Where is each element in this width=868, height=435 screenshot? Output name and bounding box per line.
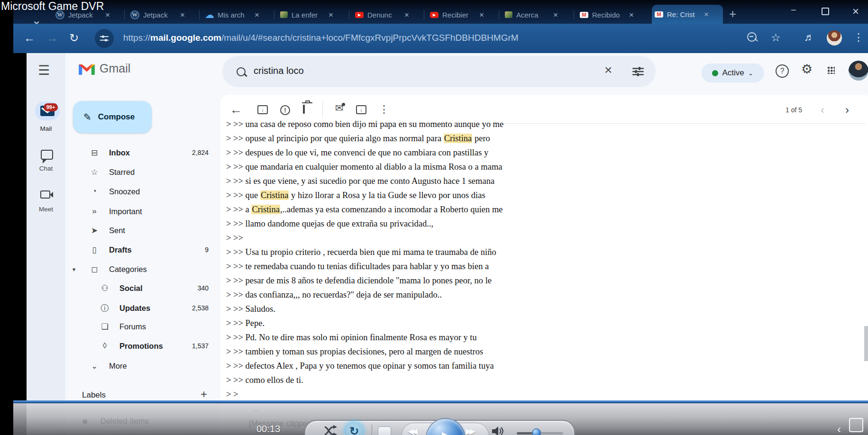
stop-button[interactable] — [378, 426, 391, 435]
message-line: > >> te remedaba cuando tu tenias dificu… — [226, 259, 705, 273]
overlay-corner-icon[interactable] — [849, 418, 863, 432]
rewind-button[interactable]: ◀◀ — [408, 426, 415, 435]
meet-camera-icon[interactable] — [40, 190, 50, 199]
sidebar-item-important[interactable]: » Important — [69, 202, 211, 221]
mark-unread-icon[interactable]: ✉ — [335, 102, 344, 113]
sidebar-item-social[interactable]: ⚇ Social 340 — [69, 279, 211, 298]
sidebar-item-label: Social — [119, 284, 143, 293]
cloud-favicon-icon: ☁ — [205, 10, 214, 19]
search-input[interactable]: cristina loco — [254, 65, 304, 76]
main-menu-icon[interactable]: ☰ — [38, 63, 50, 78]
browser-tab[interactable]: ▶ Denunc × — [352, 6, 423, 24]
sidebar-item-drafts[interactable]: ▯ Drafts 9 — [69, 240, 211, 259]
compose-button[interactable]: ✎ Compose — [73, 101, 152, 133]
volume-slider-thumb[interactable] — [532, 428, 541, 435]
forward-icon[interactable]: → — [46, 31, 58, 45]
media-playlist-icon[interactable]: ♬ — [804, 31, 814, 44]
zoom-out-icon[interactable] — [747, 32, 757, 42]
search-options-icon[interactable] — [632, 66, 644, 79]
reload-icon[interactable]: ↻ — [69, 31, 79, 45]
play-button[interactable]: ▶ — [426, 418, 466, 435]
settings-gear-icon[interactable]: ⚙ — [801, 62, 813, 77]
browser-tab[interactable]: ☁ Mis arch × — [202, 6, 274, 24]
tab-title: Re: Crist — [667, 10, 701, 18]
tab-close-icon[interactable]: × — [479, 11, 484, 19]
url-host: mail.google.com — [150, 33, 221, 43]
tab-close-icon[interactable]: × — [704, 10, 709, 18]
more-options-icon[interactable]: ⋮ — [379, 103, 389, 116]
rail-meet-label[interactable]: Meet — [27, 206, 65, 213]
delete-icon[interactable] — [303, 105, 305, 114]
back-to-results-icon[interactable]: ← — [230, 102, 242, 117]
report-spam-icon[interactable]: ! — [280, 105, 290, 115]
inbox-icon: ⊟ — [88, 148, 101, 158]
browser-tab[interactable]: M Re: Crist × — [652, 5, 723, 24]
newer-message-icon[interactable]: ‹ — [821, 103, 824, 117]
shuffle-icon[interactable] — [323, 425, 338, 435]
scrollbar-thumb[interactable] — [864, 326, 868, 361]
browser-tab[interactable]: W Jetpack × — [128, 6, 199, 24]
rail-chat-label[interactable]: Chat — [27, 165, 65, 172]
sidebar-item-updates[interactable]: ⓘ Updates 2,538 — [69, 299, 211, 317]
tab-close-icon[interactable]: × — [180, 11, 185, 19]
apps-grid-icon[interactable] — [827, 66, 835, 74]
screen: ⌄ W Jetpack × W Jetpack × ☁ Mis arch × L… — [0, 0, 868, 435]
sidebar-item-promotions[interactable]: ◊ Promotions 1,537 — [69, 336, 211, 355]
sidebar-item-count: 2,824 — [192, 149, 209, 156]
overlay-corner-chevron-icon[interactable]: ‹ — [837, 423, 841, 435]
repeat-icon[interactable]: ↻ — [346, 423, 363, 435]
tab-close-icon[interactable]: × — [255, 11, 259, 19]
categories-icon: ◻ — [88, 264, 101, 274]
archive-icon[interactable]: ↓ — [257, 105, 268, 114]
browser-profile-avatar[interactable] — [827, 30, 842, 45]
status-label: Active — [722, 68, 744, 78]
browser-tab[interactable]: ▶ Recibier × — [427, 6, 498, 24]
site-info-icon[interactable] — [95, 29, 114, 48]
account-avatar[interactable] — [849, 61, 868, 81]
sidebar-item-sent[interactable]: ➤ Sent — [69, 221, 211, 240]
expander-icon[interactable]: ▾ — [69, 266, 79, 273]
sidebar-item-starred[interactable]: ☆ Starred — [69, 163, 211, 181]
browser-tab[interactable]: M Recibido × — [577, 6, 648, 24]
tab-close-icon[interactable]: × — [629, 11, 634, 19]
browser-tab[interactable]: Acerca × — [502, 6, 573, 24]
promotions-icon: ◊ — [99, 341, 111, 351]
message-line: > >> Pepe. — [226, 316, 705, 330]
pagination-count: 1 of 5 — [786, 106, 802, 114]
snoozed-icon: ◔ — [88, 187, 101, 196]
sidebar-item-forums[interactable]: ❏ Forums — [69, 317, 211, 336]
chat-icon[interactable] — [41, 150, 53, 160]
tab-close-icon[interactable]: × — [404, 11, 409, 19]
window-minimize-button[interactable]: − — [791, 5, 796, 16]
fast-forward-button[interactable]: ▶▶ — [466, 426, 473, 435]
important-icon: » — [88, 207, 101, 216]
tab-close-icon[interactable]: × — [553, 11, 558, 19]
sidebar-item-inbox[interactable]: ⊟ Inbox 2,824 — [69, 143, 211, 162]
search-bar[interactable]: cristina loco × — [222, 56, 656, 87]
window-close-button[interactable]: × — [852, 5, 859, 18]
tab-close-icon[interactable]: × — [105, 11, 110, 19]
back-icon[interactable]: ← — [24, 31, 35, 45]
sidebar-item-label: Sent — [109, 226, 125, 235]
browser-menu-icon[interactable]: ⋮ — [853, 31, 864, 44]
tab-strip: ⌄ W Jetpack × W Jetpack × ☁ Mis arch × L… — [13, 0, 868, 24]
sidebar-item-categories[interactable]: ▾ ◻ Categories — [69, 260, 211, 279]
sidebar-item-more[interactable]: ⌄ More — [69, 356, 211, 375]
tab-close-icon[interactable]: × — [329, 11, 333, 19]
volume-icon[interactable] — [491, 426, 503, 435]
clear-search-icon[interactable]: × — [604, 63, 612, 78]
move-to-icon[interactable]: ↓ — [356, 105, 366, 114]
create-label-icon[interactable]: + — [201, 388, 207, 401]
url-field[interactable]: https://mail.google.com/mail/u/4/#search… — [123, 33, 519, 43]
rail-mail-label[interactable]: Mail — [27, 125, 65, 132]
dvr-window-title: Microsoft Game DVR — [1, 0, 104, 13]
sidebar-item-snoozed[interactable]: ◔ Snoozed — [69, 182, 211, 201]
window-maximize-button[interactable] — [822, 8, 829, 15]
availability-status[interactable]: Active ⌄ — [702, 63, 764, 82]
new-tab-button[interactable]: + — [729, 7, 736, 21]
help-icon[interactable]: ? — [776, 64, 789, 78]
sidebar-item-count: 2,538 — [192, 304, 209, 312]
bookmark-star-icon[interactable]: ☆ — [771, 31, 781, 44]
browser-tab[interactable]: La enfer × — [277, 6, 348, 24]
older-message-icon[interactable]: › — [845, 103, 849, 117]
